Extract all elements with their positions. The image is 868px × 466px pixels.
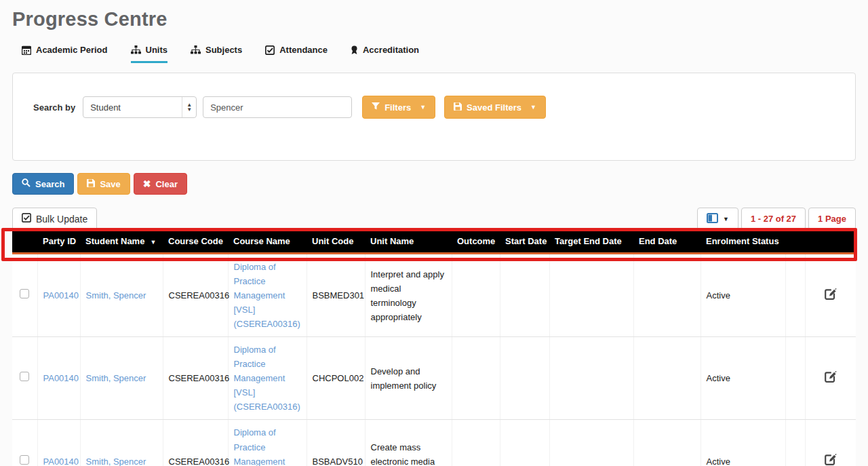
row-checkbox[interactable]: [20, 455, 29, 465]
row-checkbox[interactable]: [20, 372, 29, 381]
outcome-cell: [452, 420, 500, 466]
row-checkbox[interactable]: [20, 289, 29, 298]
check-square-icon: [265, 45, 275, 55]
course-name-link[interactable]: Diploma of Practice Management [VSL] (CS…: [234, 427, 300, 466]
enrolment-status-cell: Active: [701, 254, 785, 337]
caret-down-icon: ▼: [530, 104, 536, 111]
course-code-cell: CSEREA00316: [163, 420, 228, 466]
column-header-course-name[interactable]: Course Name: [228, 230, 307, 254]
spacer-cell: [785, 420, 805, 466]
student-name-link[interactable]: Smith, Spencer: [86, 373, 146, 383]
select-stepper-icon: ▲▼: [182, 97, 196, 117]
student-name-link[interactable]: Smith, Spencer: [86, 457, 146, 466]
page-title: Progress Centre: [12, 8, 856, 31]
unit-name-cell: Interpret and apply medical terminology …: [365, 254, 452, 337]
start-date-cell: [500, 337, 549, 420]
table-body: PA00140 Smith, Spencer CSEREA00316 Diplo…: [12, 254, 856, 466]
enrolment-status-cell: Active: [701, 420, 785, 466]
unit-name-cell: Develop and implement policy: [365, 337, 452, 420]
tab-academic-period[interactable]: Academic Period: [22, 45, 108, 63]
sitemap-icon: [131, 45, 141, 54]
sort-desc-icon[interactable]: ▼: [150, 239, 156, 246]
column-header-student-name[interactable]: Student Name▼: [80, 230, 163, 254]
start-date-cell: [500, 420, 549, 466]
course-code-cell: CSEREA00316: [163, 337, 228, 420]
results-table: Party ID Student Name▼ Course Code Cours…: [12, 230, 856, 466]
award-icon: [351, 45, 358, 55]
tab-label: Subjects: [205, 45, 242, 55]
tab-label: Academic Period: [36, 45, 108, 55]
tab-units[interactable]: Units: [131, 45, 168, 63]
column-header-outcome[interactable]: Outcome: [452, 230, 500, 254]
clear-button[interactable]: ✖ Clear: [134, 173, 187, 195]
edit-icon[interactable]: [824, 370, 837, 387]
party-id-link[interactable]: PA00140: [43, 457, 79, 466]
course-name-link[interactable]: Diploma of Practice Management [VSL] (CS…: [234, 262, 300, 329]
column-header-enrolment-status[interactable]: Enrolment Status: [701, 230, 785, 254]
target-end-date-cell: [549, 420, 633, 466]
save-icon: [454, 102, 462, 113]
column-header-party-id[interactable]: Party ID: [37, 230, 80, 254]
tab-bar: Academic Period Units Subjects Attendanc…: [12, 45, 856, 63]
tab-label: Accreditation: [363, 45, 419, 55]
search-by-select[interactable]: Student ▲▼: [83, 96, 197, 118]
column-header-spacer: [785, 230, 805, 254]
table-row: PA00140 Smith, Spencer CSEREA00316 Diplo…: [12, 420, 856, 466]
filters-button[interactable]: Filters ▼: [362, 96, 435, 119]
target-end-date-cell: [549, 337, 633, 420]
caret-down-icon: ▼: [723, 216, 729, 222]
filter-icon: [372, 102, 380, 113]
tab-accreditation[interactable]: Accreditation: [351, 45, 419, 63]
pagination-pages[interactable]: 1 Page: [808, 208, 856, 230]
table-row: PA00140 Smith, Spencer CSEREA00316 Diplo…: [12, 254, 856, 337]
save-icon: [87, 179, 95, 189]
search-term-input[interactable]: [203, 96, 352, 118]
end-date-cell: [633, 420, 701, 466]
table-row: PA00140 Smith, Spencer CSEREA00316 Diplo…: [12, 337, 856, 420]
course-name-link[interactable]: Diploma of Practice Management [VSL] (CS…: [234, 345, 300, 412]
column-header-unit-name[interactable]: Unit Name: [365, 230, 452, 254]
sitemap-icon: [191, 45, 201, 54]
search-button[interactable]: Search: [12, 173, 74, 195]
columns-icon: [707, 213, 718, 225]
edit-icon[interactable]: [824, 287, 837, 305]
tab-subjects[interactable]: Subjects: [191, 45, 242, 63]
column-header-end-date[interactable]: End Date: [633, 230, 701, 254]
student-name-link[interactable]: Smith, Spencer: [86, 290, 146, 300]
search-icon: [22, 178, 31, 189]
outcome-cell: [452, 254, 500, 337]
save-button[interactable]: Save: [77, 173, 130, 195]
column-header-target-end-date[interactable]: Target End Date: [549, 230, 633, 254]
pagination-range[interactable]: 1 - 27 of 27: [741, 208, 806, 230]
column-header-unit-code[interactable]: Unit Code: [307, 230, 365, 254]
column-header-start-date[interactable]: Start Date: [500, 230, 549, 254]
enrolment-status-cell: Active: [701, 337, 785, 420]
party-id-link[interactable]: PA00140: [43, 373, 79, 383]
start-date-cell: [500, 254, 549, 337]
check-square-icon: [22, 213, 31, 225]
caret-down-icon: ▼: [420, 104, 426, 111]
column-chooser-button[interactable]: ▼: [697, 208, 738, 230]
course-code-cell: CSEREA00316: [163, 254, 228, 337]
search-by-label: Search by: [33, 102, 75, 113]
party-id-link[interactable]: PA00140: [43, 290, 79, 300]
edit-icon[interactable]: [824, 452, 837, 466]
table-header: Party ID Student Name▼ Course Code Cours…: [12, 230, 856, 254]
end-date-cell: [633, 337, 701, 420]
tab-label: Attendance: [279, 45, 328, 55]
outcome-cell: [452, 337, 500, 420]
tab-attendance[interactable]: Attendance: [265, 45, 328, 63]
grid-toolbar: Bulk Update ▼ 1 - 27 of 27 1 Page: [12, 208, 856, 230]
unit-code-cell: BSBMED301: [307, 254, 365, 337]
column-header-course-code[interactable]: Course Code: [163, 230, 228, 254]
bulk-update-button[interactable]: Bulk Update: [12, 208, 97, 230]
saved-filters-button[interactable]: Saved Filters ▼: [444, 96, 546, 119]
progress-centre-page: Progress Centre Academic Period Units Su…: [0, 0, 868, 466]
spacer-cell: [785, 337, 805, 420]
unit-name-cell: Create mass electronic media advertiseme…: [365, 420, 452, 466]
unit-code-cell: BSBADV510: [307, 420, 365, 466]
form-actions: Search Save ✖ Clear: [12, 173, 856, 195]
end-date-cell: [633, 254, 701, 337]
spacer-cell: [785, 254, 805, 337]
pagination: ▼ 1 - 27 of 27 1 Page: [697, 208, 856, 230]
